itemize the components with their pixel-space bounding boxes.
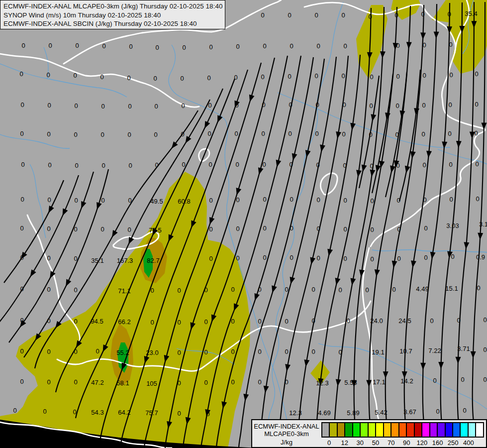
legend-title-line1: ECMWF-INDEX-ANAL bbox=[253, 423, 320, 430]
station-value-label: 4.49 bbox=[416, 285, 428, 293]
station-value-label: 0 bbox=[236, 196, 239, 204]
station-value-label: 0 bbox=[261, 11, 264, 19]
colorbar-cell bbox=[469, 423, 476, 437]
station-value-label: 0 bbox=[204, 286, 207, 294]
station-value-label: 0 bbox=[424, 254, 427, 261]
colorbar-cell bbox=[391, 423, 399, 437]
station-value-label: 0 bbox=[47, 378, 50, 386]
station-value-label: 0 bbox=[20, 347, 23, 355]
station-value-label: 0 bbox=[449, 71, 453, 79]
station-value-label: 0 bbox=[101, 197, 104, 204]
station-value-label: 0 bbox=[483, 376, 487, 383]
station-value-label: 0 bbox=[208, 161, 212, 168]
station-value-label: 0 bbox=[150, 287, 154, 294]
station-value-label: 0 bbox=[343, 42, 347, 50]
station-value-label: 0 bbox=[177, 410, 181, 417]
station-value-label: 0 bbox=[236, 225, 239, 232]
station-value-label: 0 bbox=[290, 224, 293, 232]
colorbar-cell bbox=[353, 423, 361, 437]
station-value-label: 0 bbox=[449, 196, 453, 203]
title-line-mlcape: ECMWF-INDEX-ANAL MLCAPE0-3km (J/kg) Thur… bbox=[3, 2, 222, 11]
station-value-label: 0 bbox=[370, 162, 373, 170]
station-value-label: 0 bbox=[46, 71, 50, 79]
station-value-label: 0 bbox=[150, 319, 154, 326]
station-value-label: 5.89 bbox=[347, 409, 359, 417]
station-value-label: 0 bbox=[261, 130, 265, 137]
station-value-label: 58.1 bbox=[116, 379, 129, 387]
station-value-label: 3.67 bbox=[403, 408, 416, 416]
station-value-label: 19.1 bbox=[372, 348, 384, 356]
station-value-label: 10.7 bbox=[399, 347, 412, 355]
station-value-label: 0 bbox=[475, 160, 479, 168]
station-value-label: 0 bbox=[101, 162, 105, 169]
station-value-label: 0 bbox=[154, 103, 158, 110]
station-value-label: 0 bbox=[421, 10, 424, 18]
station-value-label: 0 bbox=[207, 74, 210, 82]
station-value-label: 0 bbox=[422, 161, 426, 169]
station-value-label: 0 bbox=[43, 408, 46, 415]
station-value-label: 0 bbox=[483, 316, 487, 324]
weather-map-page: { "header": { "lines": [ "ECMWF-INDEX-AN… bbox=[0, 0, 487, 448]
station-value-label: 0 bbox=[155, 44, 159, 51]
station-value-label: 0 bbox=[315, 101, 319, 109]
colorbar-cell bbox=[399, 423, 407, 437]
station-value-label: 0 bbox=[20, 285, 23, 293]
station-value-label: 0 bbox=[74, 131, 77, 138]
station-value-label: 0 bbox=[75, 42, 79, 49]
station-value-label: 0 bbox=[370, 255, 374, 263]
station-value-label: 0 bbox=[47, 286, 50, 293]
station-value-label: 0 bbox=[207, 130, 211, 137]
station-value-label: 0 bbox=[19, 70, 23, 78]
legend-unit-label: J/kg bbox=[253, 439, 320, 446]
station-value-label: 0 bbox=[74, 225, 77, 233]
station-value-label: 12.3 bbox=[289, 409, 301, 417]
station-value-label: 0 bbox=[21, 42, 25, 49]
colorbar-tick-label: 160 bbox=[429, 439, 446, 447]
station-value-label: 0 bbox=[208, 102, 211, 109]
station-value-label: 0 bbox=[433, 377, 436, 384]
station-value-label: 71.1 bbox=[118, 287, 130, 295]
station-value-label: 0 bbox=[127, 226, 131, 233]
colorbar-legend: ECMWF-INDEX-ANAL MLCAPE0-3km J/kg 012305… bbox=[251, 419, 487, 448]
station-value-label: 0 bbox=[20, 101, 24, 109]
station-value-label: 0 bbox=[448, 130, 451, 137]
station-value-label: 0 bbox=[395, 131, 398, 138]
station-value-label: 0 bbox=[370, 197, 374, 205]
station-value-label: 15.1 bbox=[445, 285, 458, 292]
station-value-label: 0 bbox=[451, 253, 454, 260]
colorbar-tick-label: 90 bbox=[398, 439, 415, 447]
station-value-label: 0 bbox=[177, 349, 181, 356]
station-value-label: 0 bbox=[258, 378, 261, 386]
station-value-label: 0 bbox=[182, 44, 186, 51]
station-value-label: 0 bbox=[128, 197, 131, 204]
station-value-label: 0 bbox=[204, 318, 207, 326]
station-value-label: 0 bbox=[343, 197, 347, 204]
station-value-label: 0 bbox=[368, 13, 372, 20]
station-value-label: 5.42 bbox=[375, 409, 387, 416]
colorbar-cell bbox=[446, 423, 453, 437]
station-value-label: 0 bbox=[75, 162, 78, 169]
colorbar-tick-label: 250 bbox=[445, 439, 462, 447]
station-value-label: 167.3 bbox=[117, 257, 133, 264]
station-value-label: 0 bbox=[424, 224, 427, 232]
station-value-label: 0 bbox=[20, 317, 23, 324]
station-value-label: 0 bbox=[316, 196, 320, 204]
station-value-label: 0 bbox=[47, 317, 50, 325]
station-value-label: 0 bbox=[20, 196, 24, 203]
station-value-label: 0 bbox=[48, 161, 51, 169]
station-value-label: 24.0 bbox=[370, 317, 383, 325]
station-value-label: 0 bbox=[288, 11, 291, 19]
station-value-label: 0 bbox=[343, 225, 347, 233]
station-value-label: 0 bbox=[447, 10, 451, 18]
station-value-label: 0 bbox=[128, 103, 131, 110]
station-value-label: 0 bbox=[20, 130, 23, 137]
station-value-label: 0 bbox=[422, 72, 426, 79]
station-value-label: 3.03 bbox=[446, 222, 459, 229]
station-value-label: 0 bbox=[263, 254, 266, 261]
station-value-label: 0 bbox=[96, 347, 99, 355]
station-value-label: 0 bbox=[177, 287, 181, 294]
station-value-label: 0 bbox=[314, 11, 318, 19]
station-value-label: 55.2 bbox=[116, 349, 129, 356]
station-value-label: 0 bbox=[47, 225, 50, 232]
station-value-label: 0 bbox=[231, 378, 234, 386]
